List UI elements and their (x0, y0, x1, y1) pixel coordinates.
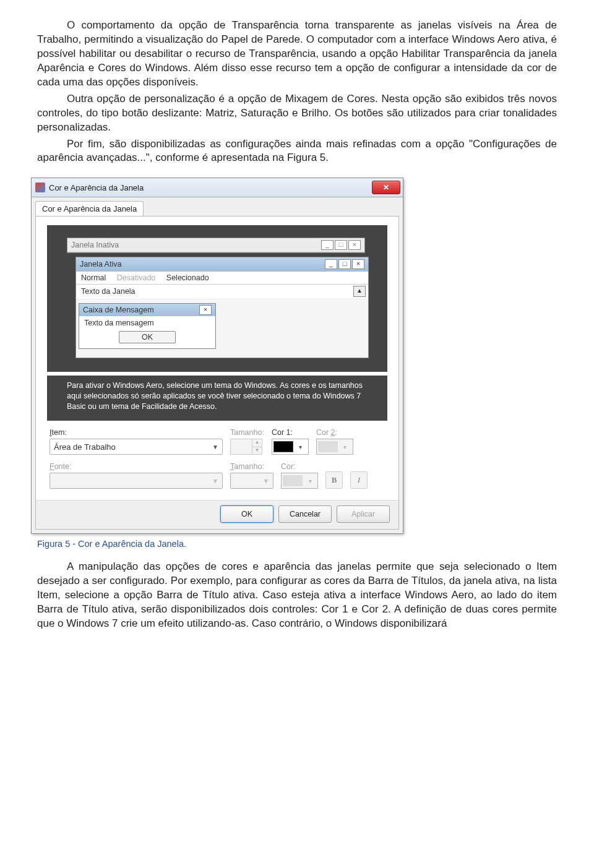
size2-label: Tamanho: (230, 462, 273, 471)
close-icon[interactable]: × (348, 240, 361, 250)
spin-up-icon: ▲ (252, 439, 262, 447)
preview-active-window: Janela Ativa _ □ × Normal Desativado Sel… (75, 257, 369, 358)
size-spinner: ▲▼ (230, 439, 262, 455)
close-icon: ✕ (383, 183, 389, 192)
cor-label: Cor: (281, 462, 318, 471)
chevron-down-icon: ▾ (338, 444, 353, 450)
close-button[interactable]: ✕ (372, 181, 400, 194)
bold-button: B (325, 471, 343, 489)
messagebox-ok-button[interactable]: OK (119, 331, 176, 343)
window-text-row: Texto da Janela ▲ (76, 284, 368, 298)
item-label: IItem:tem: (50, 428, 223, 437)
maximize-icon[interactable]: □ (335, 240, 347, 250)
hint-text: Para ativar o Windows Aero, selecione um… (47, 376, 387, 421)
figure-5: Cor e Aparência da Janela ✕ Cor e Aparên… (37, 178, 557, 534)
chevron-down-icon: ▼ (210, 441, 221, 452)
dialog-window: Cor e Aparência da Janela ✕ Cor e Aparên… (31, 178, 403, 534)
chevron-down-icon: ▾ (293, 444, 308, 450)
form-area: IItem:tem: Área de Trabalho ▼ Tamanho: ▲… (47, 421, 387, 500)
preview-inactive-window: Janela Inativa _ □ × (67, 238, 365, 253)
cor1-label: Cor 1: (272, 428, 309, 437)
close-icon[interactable]: × (199, 305, 212, 315)
active-titlebar: Janela Ativa _ □ × (76, 257, 368, 272)
font-color-swatch: ▾ (281, 473, 318, 489)
messagebox-title-text: Caixa de Mensagem (83, 306, 198, 314)
font-label: Fonte: (50, 462, 223, 471)
menu-normal[interactable]: Normal (81, 273, 106, 282)
paragraph-2: Outra opção de personalização é a opção … (37, 92, 557, 135)
spin-down-icon: ▼ (252, 447, 262, 455)
menu-disabled: Desativado (117, 273, 156, 282)
menu-row: Normal Desativado Selecionado (76, 272, 368, 284)
cor2-swatch: ▾ (316, 439, 353, 455)
active-title-text: Janela Ativa (80, 260, 324, 269)
cor1-swatch[interactable]: ▾ (272, 439, 309, 455)
inactive-title-text: Janela Inativa (71, 241, 320, 249)
tab-strip: Cor e Aparência da Janela (32, 197, 403, 216)
color-chip (283, 475, 303, 486)
cor2-label: Cor 2: (316, 428, 353, 437)
italic-button: I (350, 471, 368, 489)
inactive-titlebar: Janela Inativa _ □ × (67, 238, 364, 252)
ok-button[interactable]: OK (220, 505, 273, 523)
close-icon[interactable]: × (352, 259, 364, 269)
dialog-body: Janela Inativa _ □ × Janela Ativa _ □ × (35, 216, 399, 530)
figure-caption: Figura 5 - Cor e Aparência da Janela. (37, 539, 557, 549)
item-combo[interactable]: Área de Trabalho ▼ (50, 439, 223, 455)
dialog-title: Cor e Aparência da Janela (49, 183, 144, 192)
font-combo: ▼ (50, 473, 223, 489)
paragraph-1: O comportamento da opção de Transparênci… (37, 19, 557, 90)
paragraph-4: A manipulação das opções de cores e apar… (37, 560, 557, 631)
color-chip (318, 441, 338, 452)
window-icon (35, 183, 45, 192)
window-text-label: Texto da Janela (79, 286, 353, 297)
paragraph-1-text: O comportamento da opção de Transparênci… (37, 19, 557, 88)
messagebox-body: Texto da mensagem OK (79, 316, 215, 348)
dialog-titlebar: Cor e Aparência da Janela ✕ (32, 178, 403, 197)
cancel-button[interactable]: Cancelar (278, 505, 332, 523)
paragraph-2-text: Outra opção de personalização é a opção … (37, 93, 557, 133)
minimize-icon[interactable]: _ (325, 259, 337, 269)
preview-area: Janela Inativa _ □ × Janela Ativa _ □ × (47, 225, 387, 372)
menu-selected[interactable]: Selecionado (166, 273, 209, 282)
paragraph-3: Por fim, são disponibilizadas as configu… (37, 137, 557, 166)
chevron-down-icon: ▼ (210, 475, 221, 486)
font-size-combo: ▼ (230, 473, 273, 489)
dialog-button-row: OK Cancelar Aplicar (36, 500, 398, 529)
chevron-down-icon: ▾ (303, 478, 317, 484)
size-label: Tamanho: (230, 428, 264, 437)
chevron-down-icon: ▼ (260, 475, 272, 486)
preview-message-box: Caixa de Mensagem × Texto da mensagem OK (79, 303, 216, 349)
apply-button[interactable]: Aplicar (337, 505, 390, 523)
item-combo-value: Área de Trabalho (54, 442, 210, 452)
paragraph-3-text: Por fim, são disponibilizadas as configu… (37, 138, 557, 164)
messagebox-titlebar: Caixa de Mensagem × (79, 304, 215, 316)
scroll-up-icon[interactable]: ▲ (353, 286, 366, 297)
maximize-icon[interactable]: □ (338, 259, 351, 269)
messagebox-text: Texto da mensagem (84, 319, 154, 327)
tab-appearance[interactable]: Cor e Aparência da Janela (35, 201, 144, 216)
color-chip (273, 441, 293, 452)
minimize-icon[interactable]: _ (321, 240, 334, 250)
paragraph-4-text: A manipulação das opções de cores e apar… (37, 561, 557, 629)
